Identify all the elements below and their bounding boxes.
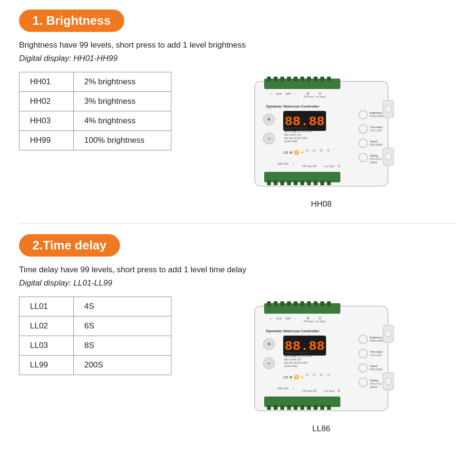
svg-rect-7 — [300, 77, 304, 81]
svg-text:EE01-EE99: EE01-EE99 — [370, 368, 382, 371]
table-cell-value: 8S — [73, 336, 171, 356]
table-cell-code: LL99 — [20, 356, 74, 375]
section-timedelay: 2.Time delay Time delay have 99 levels, … — [19, 234, 457, 434]
svg-rect-83 — [327, 301, 331, 306]
section-divider — [19, 223, 457, 224]
device-svg-timedelay: + CLK DAT – B PIR Input D Lux Input Dyna… — [240, 297, 402, 420]
svg-point-67 — [385, 153, 392, 160]
table-row: HH01 2% brightness — [20, 72, 171, 92]
svg-rect-6 — [294, 77, 298, 81]
svg-point-71 — [327, 149, 330, 152]
timedelay-desc: Time delay have 99 levels, short press t… — [19, 265, 457, 275]
table-cell-code: LL02 — [20, 317, 74, 336]
svg-rect-79 — [300, 301, 304, 306]
svg-text:PIR Input: PIR Input — [302, 165, 313, 168]
table-cell-value: 100% brightness — [73, 131, 171, 150]
table-row: HH99 100% brightness — [20, 131, 171, 150]
svg-text:Lux Input: Lux Input — [316, 95, 326, 98]
svg-point-141 — [313, 374, 316, 377]
svg-text:D: D — [319, 317, 321, 320]
svg-text:DC34V-249W: DC34V-249W — [284, 140, 298, 143]
svg-rect-126 — [267, 405, 271, 410]
svg-text:FF01-FF12: FF01-FF12 — [370, 158, 382, 160]
svg-text:HH01-HH99: HH01-HH99 — [370, 339, 383, 342]
device-brightness: + CLK DAT – B PIR Input D Lux Input Dyna… — [186, 72, 457, 209]
table-cell-value: 2% brightness — [73, 72, 171, 92]
table-cell-code: HH03 — [20, 111, 74, 131]
svg-text:Brightness: Brightness — [370, 111, 382, 114]
svg-point-137 — [385, 330, 392, 337]
svg-rect-10 — [320, 77, 324, 81]
svg-text:PIR Input: PIR Input — [302, 389, 313, 392]
svg-rect-81 — [314, 301, 317, 306]
svg-text:PIR Input: PIR Input — [304, 95, 314, 98]
svg-text:Time delay: Time delay — [370, 126, 383, 129]
svg-text:Model No.:RL-STEP-09: Model No.:RL-STEP-09 — [284, 352, 307, 354]
svg-rect-63 — [327, 180, 331, 185]
svg-rect-57 — [287, 180, 291, 185]
timedelay-display: Digital display: LL01-LL99 — [19, 278, 457, 288]
svg-rect-131 — [300, 405, 304, 410]
svg-rect-62 — [320, 180, 324, 185]
svg-rect-61 — [314, 180, 317, 185]
svg-rect-75 — [274, 301, 278, 306]
svg-rect-9 — [314, 77, 317, 81]
svg-point-65 — [385, 106, 392, 112]
page-container: 1. Brightness Brightness have 99 levels,… — [19, 10, 457, 434]
svg-rect-135 — [327, 405, 331, 410]
svg-rect-2 — [267, 77, 271, 81]
svg-rect-127 — [274, 405, 278, 410]
table-cell-code: HH01 — [20, 72, 74, 92]
svg-rect-130 — [294, 405, 298, 410]
svg-rect-60 — [307, 180, 311, 185]
svg-text:B: B — [307, 317, 309, 320]
svg-text:Max Current: 15A: Max Current: 15A — [284, 358, 301, 361]
table-cell-code: LL03 — [20, 336, 74, 356]
svg-text:+: + — [267, 341, 270, 347]
table-cell-value: 3% brightness — [73, 92, 171, 111]
svg-text:Brightness: Brightness — [370, 336, 382, 339]
device-brightness-label: HH08 — [311, 199, 331, 209]
svg-rect-132 — [307, 405, 311, 410]
table-cell-value: 4% brightness — [73, 111, 171, 131]
svg-rect-54 — [267, 180, 271, 185]
svg-point-69 — [313, 149, 316, 152]
svg-text:D: D — [319, 92, 321, 95]
table-row: LL01 4S — [20, 297, 171, 317]
svg-rect-77 — [287, 301, 291, 306]
svg-rect-133 — [314, 405, 317, 410]
svg-rect-129 — [287, 405, 291, 410]
svg-text:Model No.:RL-STEP-09: Model No.:RL-STEP-09 — [284, 127, 307, 129]
svg-point-139 — [385, 378, 392, 385]
svg-point-143 — [327, 374, 330, 377]
svg-rect-5 — [287, 77, 291, 81]
svg-text:HH01-HH99: HH01-HH99 — [370, 115, 383, 118]
svg-text:Speed: Speed — [370, 365, 377, 367]
svg-rect-3 — [274, 77, 278, 81]
svg-text:CLK: CLK — [276, 92, 282, 95]
svg-text:Input Voltage: DC12V-DC34V: Input Voltage: DC12V-DC34V — [284, 130, 312, 133]
svg-point-70 — [320, 149, 323, 152]
svg-text:C: C — [338, 389, 340, 392]
svg-text:Input Voltage: DC12V-DC34V: Input Voltage: DC12V-DC34V — [284, 355, 312, 357]
section-brightness: 1. Brightness Brightness have 99 levels,… — [19, 10, 457, 209]
table-row: LL99 200S — [20, 356, 171, 375]
timedelay-body: LL01 4S LL02 6S LL03 8S LL99 200S — [19, 297, 457, 434]
svg-rect-82 — [320, 301, 324, 306]
svg-text:CLK: CLK — [276, 317, 282, 320]
svg-text:Lux Input: Lux Input — [324, 165, 335, 168]
brightness-display: Digital display: HH01-HH99 — [19, 54, 457, 63]
svg-text:EE01-EE99: EE01-EE99 — [370, 143, 382, 146]
svg-text:(Mode): (Mode) — [370, 161, 377, 164]
svg-text:+: + — [270, 92, 272, 95]
svg-text:Setting: Setting — [370, 154, 378, 157]
svg-text:B: B — [307, 92, 309, 95]
svg-text:A: A — [314, 389, 317, 392]
svg-text:C: C — [338, 164, 340, 168]
svg-rect-58 — [294, 180, 298, 185]
svg-text:DC34V-249W: DC34V-249W — [284, 365, 298, 367]
svg-text:Time delay: Time delay — [370, 350, 383, 353]
table-cell-value: 4S — [73, 297, 171, 317]
svg-rect-55 — [274, 180, 278, 185]
svg-point-142 — [320, 374, 323, 377]
